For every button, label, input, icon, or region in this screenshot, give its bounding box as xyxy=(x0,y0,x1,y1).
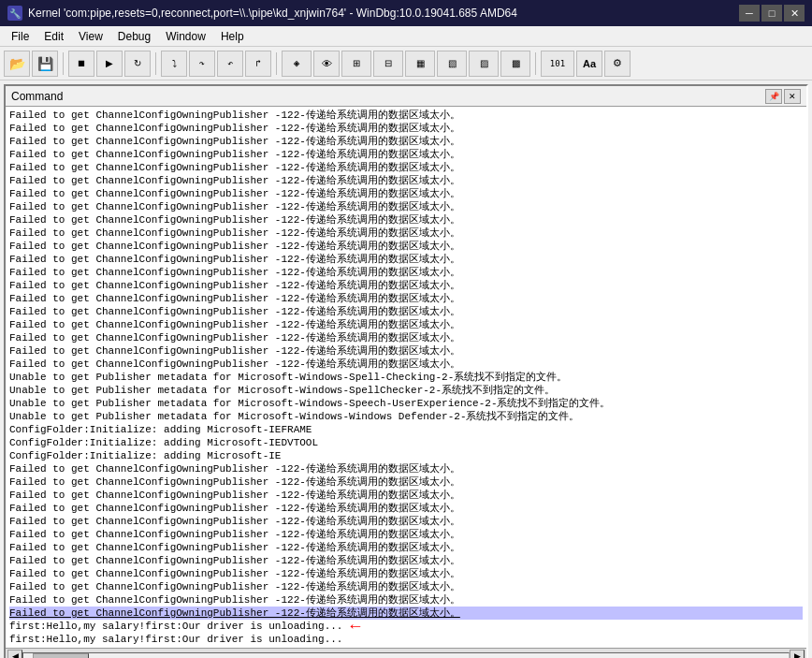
toolbar-break[interactable]: ⏹ xyxy=(68,51,94,77)
menu-view[interactable]: View xyxy=(71,28,110,45)
output-line: Failed to get ChannelConfigOwningPublish… xyxy=(9,122,803,135)
toolbar-watch[interactable]: 👁 xyxy=(313,51,340,77)
minimize-button[interactable]: ─ xyxy=(739,5,760,22)
command-window: Command 📌 ✕ Failed to get ChannelConfigO… xyxy=(4,84,808,658)
output-line: first:Hello,my salary!first:Our driver i… xyxy=(9,620,803,633)
toolbar-breakpoints[interactable]: ◈ xyxy=(282,51,312,77)
toolbar: 📂 💾 ⏹ ▶ ↻ ⤵ ↷ ↶ ↱ ◈ 👁 ⊞ ⊟ ▦ ▧ ▨ ▩ 101 Aa… xyxy=(0,47,812,80)
output-line: Failed to get ChannelConfigOwningPublish… xyxy=(9,502,803,515)
toolbar-step-out[interactable]: ↶ xyxy=(217,51,243,77)
output-line: Failed to get ChannelConfigOwningPublish… xyxy=(9,607,803,620)
output-line: Failed to get ChannelConfigOwningPublish… xyxy=(9,187,803,200)
output-line: Unable to get Publisher metadata for Mic… xyxy=(9,410,803,423)
app-icon: 🔧 xyxy=(7,6,22,21)
output-line: Failed to get ChannelConfigOwningPublish… xyxy=(9,292,803,305)
output-line: Failed to get ChannelConfigOwningPublish… xyxy=(9,109,803,122)
toolbar-101[interactable]: 101 xyxy=(541,51,574,77)
menu-window[interactable]: Window xyxy=(158,28,213,45)
output-line: Failed to get ChannelConfigOwningPublish… xyxy=(9,200,803,213)
output-line: Failed to get ChannelConfigOwningPublish… xyxy=(9,213,803,227)
output-line: Failed to get ChannelConfigOwningPublish… xyxy=(9,266,803,279)
output-line: Failed to get ChannelConfigOwningPublish… xyxy=(9,135,803,148)
output-line: ConfigFolder:Initialize: adding Microsof… xyxy=(9,449,803,462)
toolbar-open[interactable]: 📂 xyxy=(4,51,30,77)
command-header-buttons: 📌 ✕ xyxy=(765,89,801,104)
output-line: ConfigFolder:Initialize: adding Microsof… xyxy=(9,436,803,449)
output-line: Failed to get ChannelConfigOwningPublish… xyxy=(9,580,803,593)
toolbar-sep-4 xyxy=(535,52,536,75)
menu-debug[interactable]: Debug xyxy=(110,28,158,45)
menu-edit[interactable]: Edit xyxy=(36,28,71,45)
output-line: Unable to get Publisher metadata for Mic… xyxy=(9,371,803,384)
h-scroll-left[interactable]: ◀ xyxy=(7,650,22,659)
command-close-button[interactable]: ✕ xyxy=(784,89,801,104)
output-line: first:Hello,my salary!first:Our driver i… xyxy=(9,633,803,646)
command-window-header: Command 📌 ✕ xyxy=(6,86,806,107)
toolbar-sep-2 xyxy=(155,52,156,75)
output-line: Failed to get ChannelConfigOwningPublish… xyxy=(9,305,803,318)
toolbar-mem[interactable]: ▦ xyxy=(405,51,435,77)
toolbar-options[interactable]: ⚙ xyxy=(604,51,631,77)
h-scroll-right[interactable]: ▶ xyxy=(790,650,805,659)
command-pin-button[interactable]: 📌 xyxy=(765,89,782,104)
toolbar-restart[interactable]: ↻ xyxy=(124,51,151,77)
output-line: Failed to get ChannelConfigOwningPublish… xyxy=(9,528,803,541)
toolbar-disasm[interactable]: ▧ xyxy=(437,51,467,77)
toolbar-save[interactable]: 💾 xyxy=(32,51,58,77)
output-line: ConfigFolder:Initialize: adding Microsof… xyxy=(9,423,803,436)
output-line: Unable to get Publisher metadata for Mic… xyxy=(9,397,803,410)
output-line: Failed to get ChannelConfigOwningPublish… xyxy=(9,318,803,331)
menu-bar: File Edit View Debug Window Help xyxy=(0,26,812,47)
toolbar-sep-1 xyxy=(63,52,64,75)
output-line: Failed to get ChannelConfigOwningPublish… xyxy=(9,515,803,528)
output-line: Failed to get ChannelConfigOwningPublish… xyxy=(9,227,803,240)
output-line: Failed to get ChannelConfigOwningPublish… xyxy=(9,593,803,607)
toolbar-stack[interactable]: ▨ xyxy=(469,51,499,77)
h-scroll-track[interactable] xyxy=(22,652,790,659)
output-line: Failed to get ChannelConfigOwningPublish… xyxy=(9,554,803,567)
output-line: Failed to get ChannelConfigOwningPublish… xyxy=(9,161,803,174)
window-controls: ─ □ ✕ xyxy=(739,5,805,22)
output-line: Failed to get ChannelConfigOwningPublish… xyxy=(9,279,803,292)
toolbar-step-over[interactable]: ↷ xyxy=(189,51,215,77)
title-bar: 🔧 Kernel 'com:pipe,resets=0,reconnect,po… xyxy=(0,0,812,26)
window-title: Kernel 'com:pipe,resets=0,reconnect,port… xyxy=(28,7,517,20)
arrow-line-text: first:Hello,my salary!first:Our driver i… xyxy=(9,620,342,633)
main-content: Command 📌 ✕ Failed to get ChannelConfigO… xyxy=(0,80,812,658)
output-line: Failed to get ChannelConfigOwningPublish… xyxy=(9,331,803,344)
maximize-button[interactable]: □ xyxy=(761,5,782,22)
title-bar-left: 🔧 Kernel 'com:pipe,resets=0,reconnect,po… xyxy=(7,6,517,21)
toolbar-step-branch[interactable]: ↱ xyxy=(245,51,271,77)
output-line: Failed to get ChannelConfigOwningPublish… xyxy=(9,344,803,358)
toolbar-regs[interactable]: ⊟ xyxy=(373,51,403,77)
output-line: Unable to get Publisher metadata for Mic… xyxy=(9,384,803,397)
toolbar-resume[interactable]: ▶ xyxy=(96,51,123,77)
command-window-title: Command xyxy=(11,90,63,103)
output-line: Failed to get ChannelConfigOwningPublish… xyxy=(9,148,803,161)
horizontal-scrollbar[interactable]: ◀ ▶ xyxy=(6,648,806,658)
h-scroll-thumb[interactable] xyxy=(33,653,89,659)
close-button[interactable]: ✕ xyxy=(784,5,805,22)
output-line: Failed to get ChannelConfigOwningPublish… xyxy=(9,541,803,554)
red-arrow-icon: ← xyxy=(350,620,360,633)
output-line: Failed to get ChannelConfigOwningPublish… xyxy=(9,174,803,187)
toolbar-step-in[interactable]: ⤵ xyxy=(161,51,187,77)
toolbar-locals[interactable]: ⊞ xyxy=(341,51,371,77)
command-output[interactable]: Failed to get ChannelConfigOwningPublish… xyxy=(6,107,806,648)
toolbar-sep-3 xyxy=(276,52,277,75)
toolbar-font[interactable]: Aa xyxy=(576,51,602,77)
output-line: Failed to get ChannelConfigOwningPublish… xyxy=(9,253,803,266)
menu-help[interactable]: Help xyxy=(213,28,252,45)
output-line: Failed to get ChannelConfigOwningPublish… xyxy=(9,462,803,475)
menu-file[interactable]: File xyxy=(4,28,36,45)
output-line: Failed to get ChannelConfigOwningPublish… xyxy=(9,489,803,502)
output-line: Failed to get ChannelConfigOwningPublish… xyxy=(9,240,803,253)
output-line: Failed to get ChannelConfigOwningPublish… xyxy=(9,475,803,489)
output-line: Failed to get ChannelConfigOwningPublish… xyxy=(9,567,803,580)
toolbar-proc[interactable]: ▩ xyxy=(500,51,530,77)
output-line: Failed to get ChannelConfigOwningPublish… xyxy=(9,358,803,371)
